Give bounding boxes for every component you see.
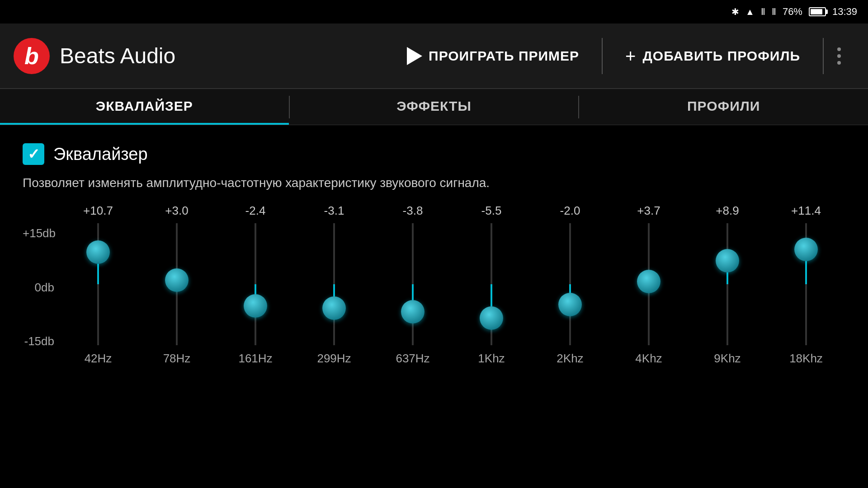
slider-col-2Khz: -2.02Khz bbox=[536, 204, 604, 366]
slider-track-9Khz[interactable] bbox=[726, 223, 728, 345]
bluetooth-icon: ✱ bbox=[731, 6, 739, 17]
app-title: Beats Audio bbox=[60, 43, 175, 68]
slider-knob-4Khz[interactable] bbox=[637, 270, 660, 293]
tab-effects[interactable]: ЭФФЕКТЫ bbox=[290, 89, 579, 125]
slider-fill-1Khz bbox=[491, 284, 492, 306]
slider-track-78Hz[interactable] bbox=[176, 223, 178, 345]
db-value-299Hz: -3.1 bbox=[324, 204, 344, 218]
slider-col-9Khz: +8.99Khz bbox=[693, 204, 761, 366]
slider-track-299Hz[interactable] bbox=[333, 223, 335, 345]
db-value-4Khz: +3.7 bbox=[637, 204, 660, 218]
clock: 13:39 bbox=[832, 6, 857, 18]
db-label-low: -15db bbox=[23, 334, 54, 348]
db-label-mid: 0db bbox=[23, 281, 54, 295]
logo-area: b Beats Audio bbox=[14, 38, 175, 74]
freq-label-4Khz: 4Khz bbox=[635, 352, 662, 366]
menu-dot-2 bbox=[837, 54, 841, 58]
menu-dot-1 bbox=[837, 47, 841, 51]
equalizer-description: Позволяет изменять амплитудно-частотную … bbox=[23, 176, 845, 190]
slider-track-637Hz[interactable] bbox=[412, 223, 414, 345]
eq-area: +15db 0db -15db +10.742Hz+3.078Hz-2.4161… bbox=[23, 204, 845, 375]
slider-knob-2Khz[interactable] bbox=[558, 293, 582, 316]
slider-track-42Hz[interactable] bbox=[97, 223, 99, 345]
wifi-icon: ▲ bbox=[745, 7, 755, 17]
menu-button[interactable] bbox=[824, 23, 854, 89]
slider-col-78Hz: +3.078Hz bbox=[143, 204, 211, 366]
slider-track-2Khz[interactable] bbox=[569, 223, 571, 345]
signal-icon-2: Ⅱ bbox=[772, 6, 776, 17]
menu-dot-3 bbox=[837, 61, 841, 65]
track-bg-9Khz bbox=[726, 223, 728, 345]
freq-label-299Hz: 299Hz bbox=[317, 352, 351, 366]
slider-knob-18Khz[interactable] bbox=[794, 238, 818, 261]
signal-icon-1: Ⅱ bbox=[761, 6, 765, 17]
freq-label-1Khz: 1Khz bbox=[478, 352, 505, 366]
db-value-9Khz: +8.9 bbox=[716, 204, 739, 218]
slider-knob-42Hz[interactable] bbox=[86, 240, 110, 264]
freq-label-9Khz: 9Khz bbox=[714, 352, 741, 366]
db-value-2Khz: -2.0 bbox=[560, 204, 580, 218]
sliders-container: +10.742Hz+3.078Hz-2.4161Hz-3.1299Hz-3.86… bbox=[59, 204, 845, 366]
beats-logo: b bbox=[14, 38, 50, 74]
slider-knob-161Hz[interactable] bbox=[244, 294, 267, 318]
db-value-18Khz: +11.4 bbox=[791, 204, 821, 218]
db-value-78Hz: +3.0 bbox=[165, 204, 188, 218]
battery-percent: 76% bbox=[783, 6, 802, 18]
slider-track-4Khz[interactable] bbox=[648, 223, 650, 345]
slider-col-4Khz: +3.74Khz bbox=[615, 204, 683, 366]
db-value-1Khz: -5.5 bbox=[481, 204, 502, 218]
play-sample-label: ПРОИГРАТЬ ПРИМЕР bbox=[429, 48, 579, 64]
tab-profiles[interactable]: ПРОФИЛИ bbox=[579, 89, 868, 125]
db-value-42Hz: +10.7 bbox=[83, 204, 113, 218]
add-profile-label: ДОБАВИТЬ ПРОФИЛЬ bbox=[642, 48, 800, 64]
slider-knob-299Hz[interactable] bbox=[322, 296, 346, 320]
equalizer-checkbox[interactable]: ✓ bbox=[23, 143, 44, 165]
slider-fill-637Hz bbox=[412, 284, 414, 300]
equalizer-title: Эквалайзер bbox=[53, 145, 148, 164]
slider-col-1Khz: -5.51Khz bbox=[458, 204, 525, 366]
play-sample-button[interactable]: ПРОИГРАТЬ ПРИМЕР bbox=[384, 23, 602, 89]
freq-label-18Khz: 18Khz bbox=[789, 352, 823, 366]
slider-track-18Khz[interactable] bbox=[805, 223, 807, 345]
slider-col-42Hz: +10.742Hz bbox=[64, 204, 132, 366]
db-label-high: +15db bbox=[23, 226, 54, 240]
db-label-column: +15db 0db -15db bbox=[23, 204, 54, 375]
slider-col-637Hz: -3.8637Hz bbox=[379, 204, 447, 366]
slider-fill-299Hz bbox=[333, 284, 335, 296]
play-icon bbox=[407, 47, 422, 65]
add-profile-button[interactable]: + ДОБАВИТЬ ПРОФИЛЬ bbox=[603, 23, 823, 89]
db-value-637Hz: -3.8 bbox=[403, 204, 423, 218]
checkmark-icon: ✓ bbox=[28, 145, 40, 163]
slider-col-161Hz: -2.4161Hz bbox=[222, 204, 289, 366]
tab-bar: ЭКВАЛАЙЗЕР ЭФФЕКТЫ ПРОФИЛИ bbox=[0, 89, 868, 125]
slider-fill-161Hz bbox=[255, 284, 256, 294]
slider-track-1Khz[interactable] bbox=[491, 223, 492, 345]
plus-icon: + bbox=[625, 47, 636, 65]
equalizer-header: ✓ Эквалайзер bbox=[23, 143, 845, 165]
freq-label-161Hz: 161Hz bbox=[238, 352, 272, 366]
tab-profiles-label: ПРОФИЛИ bbox=[687, 99, 760, 114]
main-content: ✓ Эквалайзер Позволяет изменять амплитуд… bbox=[0, 125, 868, 385]
header-actions: ПРОИГРАТЬ ПРИМЕР + ДОБАВИТЬ ПРОФИЛЬ bbox=[384, 23, 854, 89]
slider-knob-1Khz[interactable] bbox=[480, 306, 503, 330]
slider-col-299Hz: -3.1299Hz bbox=[300, 204, 368, 366]
battery-icon bbox=[809, 7, 826, 16]
freq-label-637Hz: 637Hz bbox=[396, 352, 429, 366]
slider-knob-78Hz[interactable] bbox=[165, 268, 189, 292]
slider-knob-637Hz[interactable] bbox=[401, 300, 425, 324]
tab-equalizer[interactable]: ЭКВАЛАЙЗЕР bbox=[0, 89, 289, 125]
tab-effects-label: ЭФФЕКТЫ bbox=[396, 99, 472, 114]
slider-track-161Hz[interactable] bbox=[255, 223, 256, 345]
slider-col-18Khz: +11.418Khz bbox=[772, 204, 840, 366]
slider-fill-2Khz bbox=[569, 284, 571, 293]
slider-knob-9Khz[interactable] bbox=[716, 249, 739, 272]
freq-label-42Hz: 42Hz bbox=[85, 352, 112, 366]
tab-equalizer-label: ЭКВАЛАЙЗЕР bbox=[96, 99, 193, 114]
freq-label-78Hz: 78Hz bbox=[163, 352, 191, 366]
app-header: b Beats Audio ПРОИГРАТЬ ПРИМЕР + ДОБАВИТ… bbox=[0, 23, 868, 89]
db-value-161Hz: -2.4 bbox=[245, 204, 266, 218]
status-bar: ✱ ▲ Ⅱ Ⅱ 76% 13:39 bbox=[0, 0, 868, 23]
freq-label-2Khz: 2Khz bbox=[557, 352, 583, 366]
